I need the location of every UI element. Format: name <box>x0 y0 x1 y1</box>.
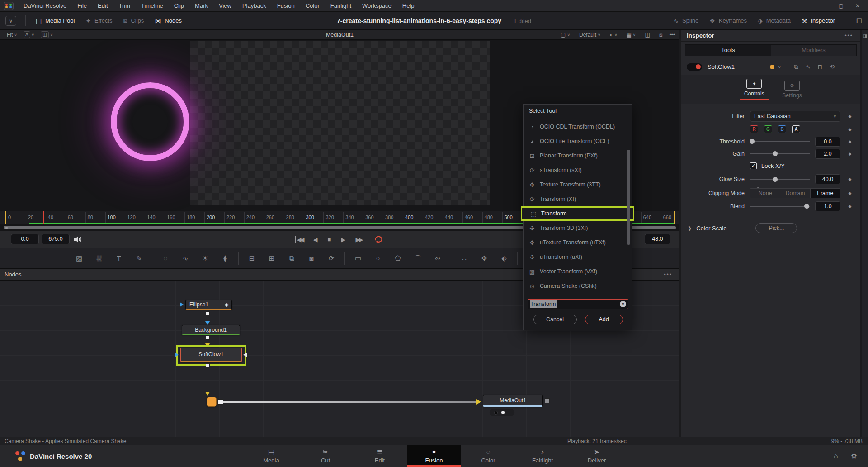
node-softglow1[interactable]: SoftGlow1 <box>180 348 242 362</box>
fusion-tool-icon[interactable]: ✥ <box>477 253 491 264</box>
fusion-tool-icon[interactable]: ⬖ <box>497 253 511 264</box>
channel-button[interactable]: A <box>792 125 800 133</box>
gain-gamma-button[interactable]: A ∨ <box>21 31 37 38</box>
softglow-glow-input-arrow[interactable] <box>175 353 179 357</box>
panel-chevron-button[interactable]: ∨ <box>5 16 16 26</box>
toolbar-left-button[interactable]: ▤Media Pool <box>30 12 80 30</box>
menu-item[interactable]: DaVinci Resolve <box>18 2 72 9</box>
page-nav-button[interactable]: ≣ Edit <box>353 445 407 467</box>
tool-list-item[interactable]: ⟳ sTransform (sXf) <box>524 163 632 177</box>
viewer-options-menu[interactable]: ••• <box>669 32 675 38</box>
mediaout-output-connector[interactable] <box>545 398 550 403</box>
tool-search-input[interactable]: Transform ✕ <box>528 299 628 309</box>
cancel-button[interactable]: Cancel <box>533 315 577 324</box>
toolbar-right-button[interactable]: ⚒Inspector <box>796 12 840 30</box>
fusion-tool-icon[interactable]: ○ <box>371 253 385 264</box>
range-start-marker[interactable] <box>5 211 6 224</box>
menu-item[interactable]: File <box>72 2 92 9</box>
node-background1[interactable]: Background1 <box>182 325 240 335</box>
settings-gear-icon[interactable]: ⚙ <box>851 452 857 461</box>
node-color-dot[interactable] <box>770 65 774 69</box>
fusion-tool-icon[interactable]: ◌ <box>159 253 172 264</box>
split-view-icon[interactable]: ⧈ <box>657 32 665 38</box>
maximize-button[interactable]: ▢ <box>839 3 844 9</box>
glow-size-slider[interactable] <box>750 179 810 180</box>
panel-collapse-icon[interactable]: ◨ <box>863 33 867 38</box>
guides-button[interactable]: ▦ ∨ <box>624 32 638 38</box>
toolbar-right-button[interactable]: ❖Keyframes <box>704 12 752 30</box>
glow-size-value[interactable]: 40.0 <box>815 174 840 184</box>
fusion-tool-icon[interactable]: ▨ <box>72 253 86 264</box>
nodes-options-menu[interactable]: ••• <box>664 272 679 278</box>
fusion-tool-icon[interactable]: ∾ <box>431 253 444 264</box>
menu-item[interactable]: Trim <box>113 2 136 9</box>
blend-slider[interactable] <box>750 206 810 207</box>
play-reverse-button[interactable]: ◀ <box>313 236 318 243</box>
tool-list-item[interactable]: ⬚ Transform <box>521 206 634 221</box>
lut-dropdown[interactable]: Default ∨ <box>577 32 603 38</box>
ellipse-output-connector[interactable] <box>206 311 210 315</box>
copy-settings-icon[interactable]: ⧉ <box>794 63 798 71</box>
filter-dropdown[interactable]: Fast Gaussian∨ <box>750 111 840 122</box>
stop-button[interactable]: ■ <box>328 236 331 243</box>
menu-item[interactable]: Workspace <box>357 2 397 9</box>
fusion-tool-icon[interactable]: ⊟ <box>245 253 259 264</box>
zoom-fit-dropdown[interactable]: Fit ∨ <box>5 32 19 38</box>
goto-start-button[interactable]: ◀◀ <box>295 236 303 243</box>
background-output-connector[interactable] <box>206 336 210 340</box>
tab-settings[interactable]: ⚙ Settings <box>782 81 802 99</box>
fusion-tool-icon[interactable]: ◙ <box>305 253 318 264</box>
toolbar-left-button[interactable]: ✦Effects <box>80 12 118 30</box>
menu-item[interactable]: Clip <box>169 2 189 9</box>
channel-button[interactable]: G <box>764 125 772 133</box>
fusion-tool-icon[interactable]: ∿ <box>179 253 192 264</box>
fusion-tool-icon[interactable]: ⟳ <box>325 253 338 264</box>
clipping-mode-option[interactable]: Domain <box>780 189 810 198</box>
gain-slider[interactable] <box>750 153 810 154</box>
ellipse-input-arrow[interactable] <box>180 302 184 307</box>
toolbar-right-button[interactable]: ⬗Metadata <box>752 12 796 30</box>
menu-item[interactable]: Help <box>397 2 420 9</box>
viewer1-dot[interactable] <box>494 411 498 415</box>
keyframe-diamond-icon[interactable]: ◆ <box>840 114 859 119</box>
goto-end-button[interactable]: ▶▶ <box>355 236 363 243</box>
fusion-tool-icon[interactable]: ⧫ <box>218 253 232 264</box>
single-view-icon[interactable]: ◫ <box>642 32 652 38</box>
reset-icon[interactable]: ⟲ <box>830 63 835 71</box>
tool-list-item[interactable]: ⊙ Camera Shake (CShk) <box>524 279 632 293</box>
toolbar-left-button[interactable]: ⧈Clips <box>118 12 150 30</box>
tool-list-item[interactable]: ⟳ Transform (Xf) <box>524 192 632 206</box>
project-manager-icon[interactable]: ⌂ <box>834 452 838 460</box>
keyframe-diamond-icon[interactable]: ◆ <box>840 152 859 156</box>
range-end-marker[interactable] <box>674 211 675 224</box>
gain-value[interactable]: 2.0 <box>815 149 840 159</box>
fusion-tool-icon[interactable]: ⌒ <box>411 253 425 264</box>
channel-button[interactable]: B <box>778 125 786 133</box>
fusion-tool-icon[interactable]: ✎ <box>132 253 146 264</box>
inspector-options-menu[interactable]: ••• <box>844 33 860 39</box>
fusion-tool-icon[interactable]: ⧉ <box>285 253 298 264</box>
fusion-tool-icon[interactable]: ☀ <box>198 253 212 264</box>
menu-item[interactable]: Edit <box>92 2 113 9</box>
color-scale-expand-chevron[interactable]: ❯ <box>688 225 692 231</box>
page-nav-button[interactable]: ✶ Fusion <box>407 445 461 467</box>
toolbar-right-button[interactable]: ∿Spline <box>668 12 704 30</box>
pin-icon[interactable]: ➴ <box>806 63 811 71</box>
threshold-value[interactable]: 0.0 <box>815 137 840 147</box>
menu-item[interactable]: View <box>213 2 237 9</box>
tool-list-item[interactable]: ▨ Vector Transform (VXf) <box>524 264 632 279</box>
lock-xy-checkbox[interactable]: ✓ <box>750 162 757 169</box>
playhead[interactable] <box>43 211 44 224</box>
menu-item[interactable]: Mark <box>189 2 213 9</box>
tool-list-item[interactable]: ✣ Transform 3D (3Xf) <box>524 221 632 235</box>
clipping-mode-option[interactable]: Frame <box>811 189 840 198</box>
menu-item[interactable]: Fusion <box>272 2 300 9</box>
threshold-slider[interactable] <box>750 141 810 142</box>
node-enable-toggle[interactable] <box>687 63 702 71</box>
pick-color-button[interactable]: Pick... <box>755 223 797 233</box>
keyframe-diamond-icon[interactable]: ◆ <box>840 139 859 144</box>
tool-list-item[interactable]: ✥ uTexture Transform (uTXf) <box>524 235 632 250</box>
tool-list-item[interactable]: ✥ Texture Transform (3TT) <box>524 177 632 192</box>
node-transform-collapsed[interactable] <box>207 397 217 407</box>
dual-screen-icon[interactable]: ⧠ <box>850 17 868 25</box>
